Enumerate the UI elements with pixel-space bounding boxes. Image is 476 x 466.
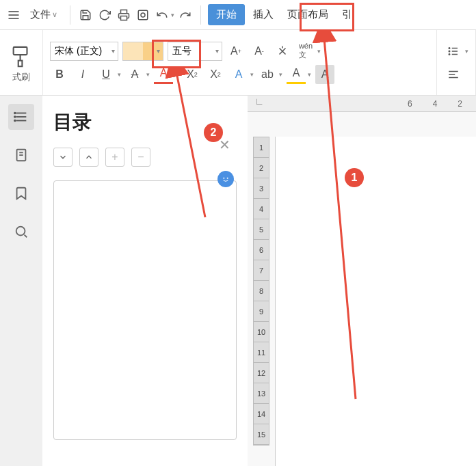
format-painter-label: 式刷 bbox=[7, 71, 36, 83]
panel-tools: + − bbox=[53, 148, 237, 167]
font-size-value: 五号 bbox=[172, 45, 191, 57]
tab-insert[interactable]: 插入 bbox=[248, 5, 279, 24]
ruler-h-tick: 6 bbox=[408, 99, 412, 109]
chevron-down-icon: ▾ bbox=[157, 47, 160, 55]
ruler-v-tick: 5 bbox=[254, 219, 269, 240]
ruler-v-tick: 6 bbox=[254, 240, 269, 260]
close-icon[interactable]: ✕ bbox=[219, 137, 230, 153]
chevron-down-icon: ▾ bbox=[215, 47, 219, 55]
preview-icon[interactable] bbox=[135, 7, 151, 23]
font-color-button[interactable]: A bbox=[154, 65, 173, 84]
ruler-v-tick: 4 bbox=[254, 199, 269, 219]
ruler-vertical: 1 2 3 4 5 6 7 8 9 10 11 12 13 14 15 bbox=[253, 137, 269, 446]
chevron-down-icon: ∨ bbox=[52, 10, 57, 19]
underline-button[interactable]: U bbox=[96, 65, 116, 84]
clear-format-icon[interactable] bbox=[273, 42, 292, 61]
format-painter-icon[interactable] bbox=[7, 42, 36, 71]
sidebar-search-icon[interactable] bbox=[8, 219, 34, 245]
svg-line-27 bbox=[25, 235, 27, 238]
panel-title: 目录 bbox=[53, 109, 237, 135]
svg-point-12 bbox=[449, 53, 450, 55]
chevron-down-icon[interactable]: ▾ bbox=[250, 71, 254, 78]
ruler-v-tick: 13 bbox=[254, 383, 269, 404]
svg-point-20 bbox=[14, 113, 16, 114]
highlight-icon[interactable]: ab bbox=[258, 65, 277, 84]
svg-point-5 bbox=[141, 13, 145, 17]
tab-start-label: 开始 bbox=[216, 8, 237, 21]
print-icon[interactable] bbox=[116, 7, 132, 23]
hamburger-icon[interactable] bbox=[5, 7, 22, 23]
corner-mark-icon: ∟ bbox=[254, 96, 264, 107]
subscript-icon[interactable]: X2 bbox=[206, 65, 225, 84]
svg-point-21 bbox=[14, 116, 16, 118]
char-shading-icon[interactable]: A bbox=[315, 65, 334, 84]
phonetic-icon[interactable]: wén文 bbox=[296, 42, 315, 61]
bullet-list-icon[interactable] bbox=[444, 42, 463, 61]
bold-button[interactable]: B bbox=[50, 65, 69, 84]
chevron-down-icon[interactable]: ▾ bbox=[118, 71, 121, 78]
ruler-h-tick: 2 bbox=[458, 99, 462, 109]
document-page[interactable] bbox=[275, 137, 476, 466]
font-row-2: B I U ▾ A ▾ A ▾ X2 X2 A ▾ ab ▾ A ▾ A bbox=[50, 65, 429, 84]
font-name-value: 宋体 (正文) bbox=[55, 45, 102, 57]
tab-layout[interactable]: 页面布局 bbox=[282, 5, 334, 24]
font-color-picker[interactable]: ▾ bbox=[122, 42, 163, 61]
italic-button[interactable]: I bbox=[73, 65, 92, 84]
refresh-icon[interactable] bbox=[96, 7, 113, 23]
divider bbox=[200, 5, 201, 25]
redo-icon[interactable] bbox=[177, 7, 194, 23]
ruler-v-tick: 10 bbox=[254, 322, 269, 342]
font-row-1: 宋体 (正文) ▾ ▾ 五号 ▾ A+ A- wén文 ▾ bbox=[50, 42, 429, 61]
svg-rect-3 bbox=[121, 16, 127, 20]
ruler-v-tick: 2 bbox=[254, 158, 269, 178]
document-area: ∟ 6 4 2 1 2 3 4 5 6 7 8 9 10 11 12 13 14… bbox=[248, 96, 476, 466]
tab-quote[interactable]: 引 bbox=[336, 5, 358, 24]
chevron-down-icon[interactable]: ▾ bbox=[171, 12, 174, 18]
chevron-down-icon[interactable]: ▾ bbox=[465, 48, 468, 55]
sidebar bbox=[0, 96, 42, 466]
add-icon[interactable]: + bbox=[105, 148, 124, 167]
svg-rect-7 bbox=[18, 60, 23, 66]
svg-rect-6 bbox=[14, 46, 27, 54]
ruler-v-tick: 14 bbox=[254, 404, 269, 424]
remove-icon[interactable]: − bbox=[131, 148, 150, 167]
svg-point-26 bbox=[16, 227, 25, 236]
ruler-v-tick: 11 bbox=[254, 342, 269, 363]
sidebar-page-icon[interactable] bbox=[8, 142, 34, 168]
ruler-v-tick: 1 bbox=[254, 137, 269, 158]
svg-point-10 bbox=[449, 51, 450, 52]
chevron-down-icon[interactable]: ▾ bbox=[146, 71, 150, 78]
expand-icon[interactable] bbox=[53, 148, 72, 167]
superscript-icon[interactable]: X2 bbox=[183, 65, 202, 84]
decrease-font-icon[interactable]: A- bbox=[250, 42, 269, 61]
tab-layout-label: 页面布局 bbox=[287, 8, 328, 21]
collapse-icon[interactable] bbox=[79, 148, 98, 167]
svg-point-28 bbox=[223, 178, 224, 179]
undo-icon[interactable] bbox=[154, 7, 170, 23]
chevron-down-icon[interactable]: ▾ bbox=[175, 71, 178, 78]
menubar: 文件 ∨ ▾ 开始 插入 页面布局 引 bbox=[0, 0, 476, 30]
svg-point-8 bbox=[449, 47, 450, 49]
format-painter-section: 式刷 bbox=[0, 30, 43, 95]
increase-font-icon[interactable]: A+ bbox=[226, 42, 246, 61]
sidebar-bookmark-icon[interactable] bbox=[8, 180, 34, 206]
emoji-icon[interactable] bbox=[217, 171, 234, 187]
save-icon[interactable] bbox=[77, 7, 94, 23]
font-name-select[interactable]: 宋体 (正文) ▾ bbox=[50, 42, 118, 61]
sidebar-toc-icon[interactable] bbox=[8, 104, 34, 130]
tab-insert-label: 插入 bbox=[253, 8, 274, 21]
ruler-v-tick: 15 bbox=[254, 424, 269, 445]
text-effect-icon[interactable]: A bbox=[229, 65, 248, 84]
text-fill-icon[interactable]: A bbox=[287, 65, 306, 84]
align-icon[interactable] bbox=[444, 65, 463, 84]
tab-start[interactable]: 开始 bbox=[208, 4, 245, 25]
chevron-down-icon[interactable]: ▾ bbox=[317, 48, 321, 55]
ruler-v-tick: 3 bbox=[254, 178, 269, 199]
strikethrough-icon[interactable]: A bbox=[125, 65, 144, 84]
font-size-select[interactable]: 五号 ▾ bbox=[168, 42, 222, 61]
main-area: 目录 + − ✕ ∟ 6 4 2 1 2 3 4 5 bbox=[0, 96, 476, 466]
chevron-down-icon[interactable]: ▾ bbox=[279, 71, 282, 78]
chevron-down-icon[interactable]: ▾ bbox=[308, 71, 311, 78]
font-section: 宋体 (正文) ▾ ▾ 五号 ▾ A+ A- wén文 ▾ B I U ▾ A bbox=[43, 30, 437, 95]
file-menu[interactable]: 文件 ∨ bbox=[25, 5, 63, 24]
